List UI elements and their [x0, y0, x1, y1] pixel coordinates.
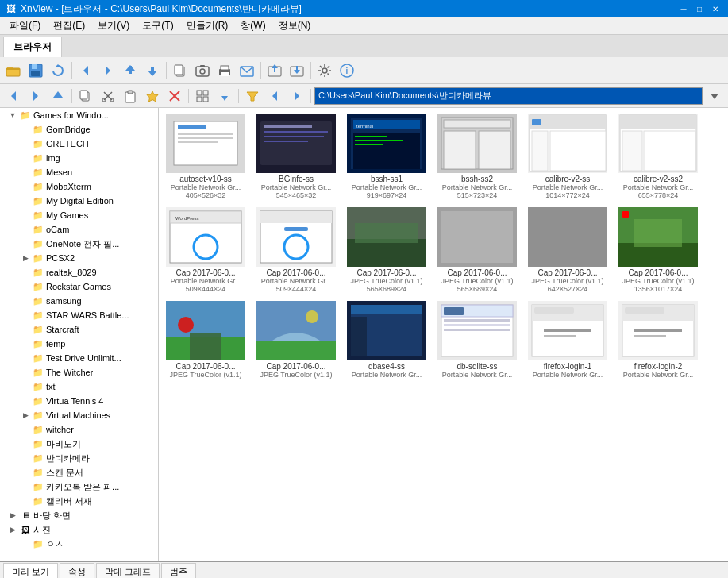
tb-nav-delete[interactable]	[164, 86, 185, 106]
sidebar-item-mobaxterm[interactable]: 📁 MobaXterm	[0, 179, 158, 194]
sidebar-item-mydigital[interactable]: 📁 My Digital Edition	[0, 194, 158, 208]
tb-email[interactable]	[237, 60, 257, 81]
file-autoset[interactable]: autoset-v10-ss Portable Network Gr... 40…	[162, 111, 249, 202]
btab-histogram[interactable]: 막대 그래프	[96, 563, 160, 578]
address-bar[interactable]: C:\Users\Paul Kim\Documents\반디카메라뷰	[314, 87, 703, 105]
btab-properties[interactable]: 속성	[60, 563, 94, 578]
file-bssh1[interactable]: terminal bssh-ss1 Portable Network Gr...…	[343, 111, 430, 202]
file-cap1[interactable]: WordPress Cap 2017-06-0... Portable Netw…	[162, 205, 249, 295]
close-button[interactable]: ✕	[709, 2, 722, 15]
file-dbase4[interactable]: dbase4-ss Portable Network Gr...	[343, 299, 430, 381]
tb-upload[interactable]	[264, 60, 285, 81]
sidebar-item-ocam[interactable]: 📁 oCam	[0, 222, 158, 237]
minimize-button[interactable]: ─	[677, 2, 690, 15]
tb-view-grid[interactable]	[192, 86, 213, 106]
sidebar-item-virtua[interactable]: 📁 Virtua Tennis 4	[0, 394, 158, 408]
tb-save[interactable]	[25, 60, 46, 81]
sidebar-item-pcsx2[interactable]: ▶ 📁 PCSX2	[0, 251, 158, 265]
menu-info[interactable]: 정보(N)	[272, 17, 318, 34]
photo-icon: 🖼	[19, 523, 32, 536]
sidebar-item-games-for-windows[interactable]: ▼ 📁 Games for Windo...	[0, 108, 158, 122]
sidebar-item-gombridge[interactable]: 📁 GomBridge	[0, 122, 158, 137]
tb-info[interactable]: i	[337, 60, 357, 81]
sidebar-item-scandoc[interactable]: 📁 스캔 문서	[0, 465, 158, 480]
tb-nav-back2[interactable]	[264, 86, 285, 106]
file-cap4[interactable]: Cap 2017-06-0... JPEG TrueColor (v1.1) 5…	[433, 205, 521, 295]
sidebar-item-bandikamera[interactable]: 📁 반디카메라	[0, 451, 158, 465]
sidebar-item-desktop[interactable]: ▶ 🖥 바탕 화면	[0, 508, 158, 522]
tb-filter[interactable]	[242, 86, 263, 106]
tb-down[interactable]	[142, 60, 163, 81]
tb-addr-dropdown[interactable]	[704, 86, 725, 106]
sidebar-item-mesen[interactable]: 📁 Mesen	[0, 165, 158, 179]
nav-back-button[interactable]	[3, 86, 24, 106]
tb-next[interactable]	[98, 60, 118, 81]
tb-print[interactable]	[214, 60, 235, 81]
tab-browser[interactable]: 브라우저	[3, 37, 62, 57]
sidebar-item-rockstar[interactable]: 📁 Rockstar Games	[0, 279, 158, 294]
file-cap6[interactable]: Cap 2017-06-0... JPEG TrueColor (v1.1) 1…	[614, 205, 702, 295]
menu-view[interactable]: 보기(V)	[91, 17, 136, 34]
sidebar-item-realtak[interactable]: 📁 realtak_8029	[0, 265, 158, 279]
tb-nav-bookmark[interactable]	[142, 86, 163, 106]
file-area: autoset-v10-ss Portable Network Gr... 40…	[159, 108, 728, 561]
file-cap7[interactable]: Cap 2017-06-0... JPEG TrueColor (v1.1)	[162, 299, 249, 381]
file-cap8[interactable]: Cap 2017-06-0... JPEG TrueColor (v1.1)	[252, 299, 340, 381]
file-size: 509×444×24	[186, 285, 226, 293]
sidebar-item-txt[interactable]: 📁 txt	[0, 380, 158, 394]
file-bginfo[interactable]: BGinfo-ss Portable Network Gr... 545×465…	[252, 111, 340, 202]
tb-refresh[interactable]	[48, 60, 68, 81]
sidebar-item-temp[interactable]: 📁 temp	[0, 337, 158, 351]
tb-nav-copy[interactable]	[75, 86, 96, 106]
menu-tools[interactable]: 도구(T)	[136, 17, 179, 34]
file-firefox1[interactable]: firefox-login-1 Portable Network Gr...	[524, 299, 611, 381]
menu-edit[interactable]: 편집(E)	[47, 17, 91, 34]
tb-settings[interactable]	[314, 60, 335, 81]
sidebar-item-onenote[interactable]: 📁 OneNote 전자 필...	[0, 237, 158, 251]
sidebar-item-caliber[interactable]: 📁 캘리버 서재	[0, 494, 158, 508]
file-calibre2[interactable]: calibre-v2-ss2 Portable Network Gr... 65…	[614, 111, 702, 202]
nav-up-button[interactable]	[48, 86, 68, 106]
tb-download[interactable]	[287, 60, 307, 81]
nav-forward-button[interactable]	[25, 86, 46, 106]
menu-make[interactable]: 만들기(R)	[180, 17, 235, 34]
tb-prev[interactable]	[75, 60, 96, 81]
tb-screenshot[interactable]	[192, 60, 213, 81]
file-cap2[interactable]: Cap 2017-06-0... Portable Network Gr... …	[252, 205, 340, 295]
tb-nav-paste[interactable]	[120, 86, 141, 106]
file-cap5[interactable]: Cap 2017-06-0... JPEG TrueColor (v1.1) 6…	[524, 205, 611, 295]
file-calibre1[interactable]: calibre-v2-ss Portable Network Gr... 101…	[524, 111, 611, 202]
menu-file[interactable]: 파일(F)	[3, 17, 47, 34]
file-name: Cap 2017-06-0...	[447, 268, 507, 277]
tb-up[interactable]	[120, 60, 141, 81]
sidebar-item-img[interactable]: 📁 img	[0, 151, 158, 165]
sidebar-item-kakao[interactable]: 📁 카카오톡 받은 파...	[0, 480, 158, 494]
btab-category[interactable]: 범주	[161, 563, 196, 578]
sidebar-item-gretech[interactable]: 📁 GRETECH	[0, 137, 158, 151]
file-firefox2[interactable]: firefox-login-2 Portable Network Gr...	[614, 299, 702, 381]
sidebar-item-thewitcher3[interactable]: 📁 The Witcher	[0, 365, 158, 380]
sidebar-item-etc[interactable]: 📁 ㅇㅅ	[0, 537, 158, 551]
sidebar-item-virtualmachines[interactable]: ▶ 📁 Virtual Machines	[0, 408, 158, 422]
file-cap3[interactable]: Cap 2017-06-0... JPEG TrueColor (v1.1) 5…	[343, 205, 430, 295]
sidebar-item-photos[interactable]: ▶ 🖼 사진	[0, 522, 158, 537]
sidebar-item-testdrive[interactable]: 📁 Test Drive Unlimit...	[0, 351, 158, 365]
sidebar-item-starwars[interactable]: 📁 STAR WARS Battle...	[0, 308, 158, 322]
sidebar-item-starcraft[interactable]: 📁 Starcraft	[0, 322, 158, 337]
svg-rect-132	[534, 307, 574, 314]
tb-copy[interactable]	[170, 60, 191, 81]
sidebar-item-samsung[interactable]: 📁 samsung	[0, 294, 158, 308]
maximize-button[interactable]: □	[693, 2, 706, 15]
tb-open-folder[interactable]	[3, 60, 24, 81]
svg-rect-2	[6, 68, 20, 70]
sidebar-item-mabinogi[interactable]: 📁 마비노기	[0, 437, 158, 451]
file-bssh2[interactable]: bssh-ss2 Portable Network Gr... 515×723×…	[433, 111, 521, 202]
btab-preview[interactable]: 미리 보기	[3, 563, 58, 578]
sidebar-item-mygames[interactable]: 📁 My Games	[0, 208, 158, 222]
sidebar-item-witcher2[interactable]: 📁 witcher	[0, 422, 158, 437]
tb-sort[interactable]	[214, 86, 235, 106]
menu-window[interactable]: 창(W)	[234, 17, 272, 34]
tb-nav-fwd2[interactable]	[287, 86, 307, 106]
tb-nav-cut[interactable]	[98, 86, 118, 106]
file-dbsqlite[interactable]: db-sqlite-ss Portable Network Gr...	[433, 299, 521, 381]
